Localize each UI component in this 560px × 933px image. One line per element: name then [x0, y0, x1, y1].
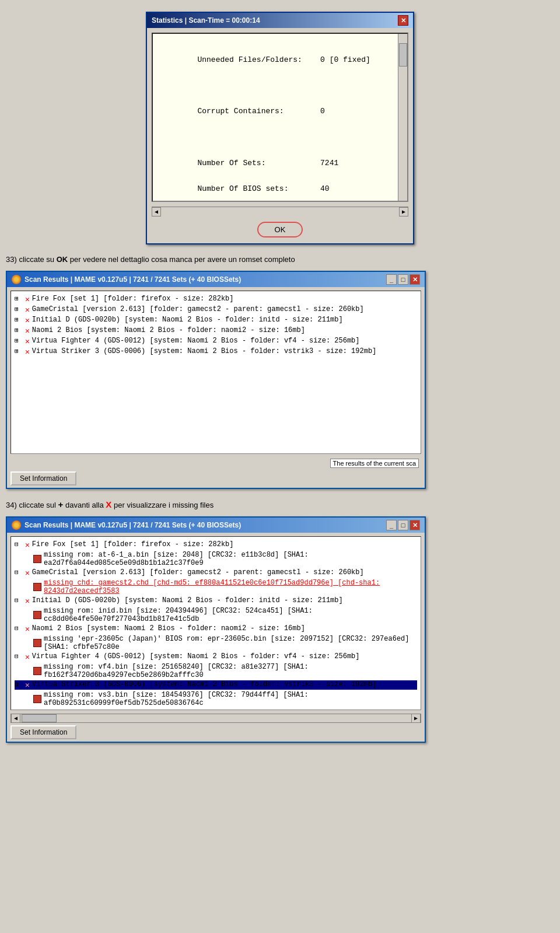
item-text: GameCristal [version 2.613] [folder: gam… — [32, 305, 364, 313]
expander-icon[interactable]: ⊞ — [15, 347, 23, 355]
ok-button[interactable]: OK — [257, 222, 303, 237]
error-x-icon: ✕ — [25, 347, 30, 357]
scan-titlebar-1: Scan Results | MAME v0.127u5 | 7241 / 72… — [7, 272, 425, 287]
scan-minimize-button-2[interactable]: _ — [386, 520, 397, 530]
hscroll-left-arrow[interactable]: ◀ — [152, 207, 161, 216]
missing-item: missing rom: vf4.bin [size: 251658240] [… — [33, 663, 417, 679]
scan-close-button-1[interactable]: ✕ — [410, 274, 420, 285]
scan-minimize-button-1[interactable]: _ — [386, 274, 397, 285]
hscroll-right-arrow[interactable]: ▶ — [399, 207, 408, 216]
list-item[interactable]: ⊞ ✕ GameCristal [version 2.613] [folder:… — [15, 305, 417, 315]
hscroll-thumb-2[interactable] — [22, 714, 57, 722]
hscroll-track — [161, 207, 399, 216]
titlebar-left: Statistics | Scan-Time = 00:00:14 — [152, 16, 260, 25]
item-text: Virtua Fighter 4 (GDS-0012) [system: Nao… — [32, 652, 360, 661]
error-x-icon: ✕ — [25, 568, 30, 578]
expander-icon[interactable]: ⊞ — [15, 295, 23, 302]
collapse-icon[interactable]: ⊟ — [15, 624, 23, 632]
collapse-icon[interactable]: ⊟ — [15, 540, 23, 548]
hscroll-right-arrow-2[interactable]: ▶ — [411, 714, 421, 723]
list-item[interactable]: ⊟ ✕ Naomi 2 Bios [system: Naomi 2 Bios -… — [15, 624, 417, 634]
item-text: Initial D (GDS-0020b) [system: Naomi 2 B… — [32, 316, 343, 324]
error-x-icon: ✕ — [25, 326, 30, 336]
item-text: Naomi 2 Bios [system: Naomi 2 Bios - fol… — [32, 624, 305, 633]
missing-item: missing chd: gamecst2.chd [chd-md5: ef88… — [33, 579, 417, 595]
scan-window-1: Scan Results | MAME v0.127u5 | 7241 / 72… — [6, 271, 426, 489]
collapse-icon[interactable]: ⊟ — [15, 652, 23, 660]
expander-icon[interactable]: ⊞ — [15, 305, 23, 313]
scan-titlebar-left-2: Scan Results | MAME v0.127u5 | 7241 / 72… — [12, 520, 241, 530]
statistics-text: Unneeded Files/Folders: 0 [0 fixed] Corr… — [161, 41, 399, 202]
scan-status-text-1: The results of the current sca — [330, 459, 419, 468]
scan-restore-button-2[interactable]: □ — [398, 520, 408, 530]
expander-icon[interactable]: ⊞ — [15, 316, 23, 323]
error-x-icon: ✕ — [25, 305, 30, 315]
item-text: GameCristal [version 2.613] [folder: gam… — [32, 568, 364, 576]
instruction-2-redx: X — [106, 499, 111, 509]
statistics-close-button[interactable]: ✕ — [398, 15, 408, 26]
missing-text: missing rom: inid.bin [size: 204394496] … — [44, 607, 417, 623]
scrollbar-thumb[interactable] — [399, 43, 407, 67]
missing-chd-text: missing chd: gamecst2.chd [chd-md5: ef88… — [44, 579, 417, 595]
statistics-scrollbar-v[interactable] — [398, 34, 407, 201]
scan-titlebar-2: Scan Results | MAME v0.127u5 | 7241 / 72… — [7, 518, 425, 533]
statistics-footer: OK — [147, 216, 413, 243]
item-text: Virtua Striker 3 (GDS-0006) [system: Nao… — [32, 680, 377, 689]
collapse-icon[interactable]: ⊟ — [15, 680, 23, 688]
list-item[interactable]: ⊞ ✕ Virtua Fighter 4 (GDS-0012) [system:… — [15, 337, 417, 346]
statistics-titlebar: Statistics | Scan-Time = 00:00:14 ✕ — [147, 13, 413, 28]
set-information-button-1[interactable]: Set Information — [10, 471, 76, 485]
collapse-icon[interactable]: ⊟ — [15, 596, 23, 604]
missing-item: missing rom: vs3.bin [size: 184549376] [… — [33, 691, 417, 707]
list-item[interactable]: ⊞ ✕ Naomi 2 Bios [system: Naomi 2 Bios -… — [15, 326, 417, 336]
list-item-selected[interactable]: ⊟ ✕ Virtua Striker 3 (GDS-0006) [system:… — [15, 680, 417, 690]
stat-sets: Number Of Sets: 7241 — [197, 159, 338, 167]
item-text: Virtua Striker 3 (GDS-0006) [system: Nao… — [32, 347, 377, 355]
list-item[interactable]: ⊞ ✕ Virtua Striker 3 (GDS-0006) [system:… — [15, 347, 417, 357]
list-item[interactable]: ⊞ ✕ Initial D (GDS-0020b) [system: Naomi… — [15, 316, 417, 325]
list-item[interactable]: ⊟ ✕ Virtua Fighter 4 (GDS-0012) [system:… — [15, 652, 417, 662]
missing-file-icon — [33, 639, 41, 647]
expander-icon[interactable]: ⊞ — [15, 337, 23, 344]
missing-file-icon — [33, 611, 41, 619]
scan-body-1: ⊞ ✕ Fire Fox [set 1] [folder: firefox - … — [10, 291, 421, 454]
scan-body-2: ⊟ ✕ Fire Fox [set 1] [folder: firefox - … — [10, 536, 421, 710]
stat-unneeded: Unneeded Files/Folders: 0 [0 fixed] — [197, 55, 370, 64]
missing-file-icon — [33, 695, 41, 703]
list-item[interactable]: ⊟ ✕ GameCristal [version 2.613] [folder:… — [15, 568, 417, 578]
instruction-1: 33) cliccate su OK per vedere nel dettag… — [6, 255, 554, 264]
list-item[interactable]: ⊟ ✕ Fire Fox [set 1] [folder: firefox - … — [15, 540, 417, 550]
scan-restore-button-1[interactable]: □ — [398, 274, 408, 285]
instruction-2-before: 34) cliccate sul — [6, 501, 58, 509]
scan-window-controls-1: _ □ ✕ — [386, 274, 420, 285]
scan-close-button-2[interactable]: ✕ — [410, 520, 420, 530]
error-x-icon: ✕ — [25, 624, 30, 634]
statistics-hscrollbar[interactable]: ◀ ▶ — [152, 207, 408, 216]
collapse-icon[interactable]: ⊟ — [15, 568, 23, 576]
scan-hscrollbar-2[interactable]: ◀ ▶ — [10, 714, 421, 723]
instruction-2-middle: davanti alla — [63, 501, 106, 509]
error-x-icon: ✕ — [25, 316, 30, 325]
statistics-title: Statistics | Scan-Time = 00:00:14 — [152, 16, 260, 25]
set-information-button-2[interactable]: Set Information — [10, 725, 76, 739]
list-item[interactable]: ⊞ ✕ Fire Fox [set 1] [folder: firefox - … — [15, 295, 417, 304]
scan-titlebar-left-1: Scan Results | MAME v0.127u5 | 7241 / 72… — [12, 275, 241, 284]
missing-item: missing rom: inid.bin [size: 204394496] … — [33, 607, 417, 623]
error-x-icon: ✕ — [25, 680, 30, 690]
stat-bios-sets: Number Of BIOS sets: 40 — [197, 184, 329, 193]
instruction-1-bold: OK — [57, 255, 68, 264]
missing-text: missing rom: vs3.bin [size: 184549376] [… — [44, 691, 417, 707]
statistics-content: Unneeded Files/Folders: 0 [0 fixed] Corr… — [152, 33, 408, 202]
hscroll-left-arrow-2[interactable]: ◀ — [11, 714, 20, 723]
scan-list-1: ⊞ ✕ Fire Fox [set 1] [folder: firefox - … — [11, 291, 421, 360]
instruction-1-after: per vedere nel dettaglio cosa manca per … — [68, 255, 295, 264]
scan-status-bar-1: The results of the current sca — [10, 457, 421, 469]
missing-file-icon — [33, 555, 41, 563]
error-x-icon: ✕ — [25, 652, 30, 662]
instruction-2-after: per visualizzare i missing files — [111, 501, 214, 509]
item-text: Fire Fox [set 1] [folder: firefox - size… — [32, 295, 234, 303]
scan-window-controls-2: _ □ ✕ — [386, 520, 420, 530]
expander-icon[interactable]: ⊞ — [15, 326, 23, 334]
instruction-1-before: 33) cliccate su — [6, 255, 57, 264]
list-item[interactable]: ⊟ ✕ Initial D (GDS-0020b) [system: Naomi… — [15, 596, 417, 606]
